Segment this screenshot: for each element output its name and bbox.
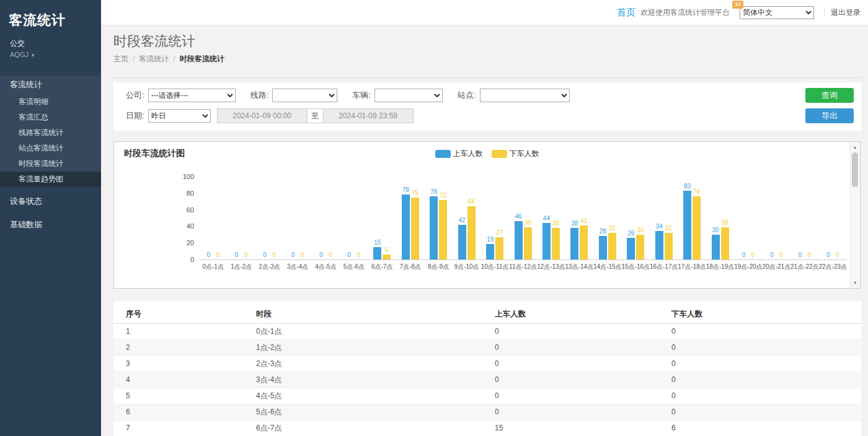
query-button[interactable]: 查询 [805,88,854,103]
table-cell: 2点-3点 [256,355,495,372]
logout-link[interactable]: 退出登录 [831,7,861,18]
scroll-up-icon[interactable]: ▲ [851,145,859,149]
date-preset-select[interactable]: 昨日 [148,109,211,123]
caret-down-icon: ▾ [32,52,35,58]
y-axis-tick-label: 0 [173,256,194,263]
bar-value-label: 75 [407,190,423,196]
boarding-bar [515,221,523,259]
x-axis-line [199,259,847,260]
table-cell: 0点-1点 [256,323,495,339]
page-divider [113,77,862,78]
table-cell: 0 [671,388,862,404]
bar-value-label: 0 [322,251,339,258]
company-select[interactable]: ---请选择--- [148,89,236,102]
filter-row-1: 公司: ---请选择--- 线路: 车辆: 站点: [126,88,570,103]
sidebar-item-0-0[interactable]: 客流明细 [0,94,101,110]
station-label: 站点: [458,90,476,101]
boarding-bar [627,238,635,259]
station-select[interactable] [480,89,570,102]
bar-value-label: 0 [350,251,366,258]
bar-value-label: 0 [294,251,311,258]
bar-value-label: 15 [370,239,386,246]
bar-value-label: 32 [604,225,620,232]
scrollbar-thumb[interactable] [852,152,858,187]
language-select[interactable]: 简体中文 [740,6,814,19]
page-title: 时段客流统计 [113,32,195,51]
table-cell: 3点-4点 [256,372,495,388]
sidebar-section-header-2[interactable]: 基础数据 [0,216,101,234]
filter-row-2: 日期: 昨日 至 [126,108,414,123]
y-axis-tick-label: 40 [173,222,194,230]
sidebar-item-0-5[interactable]: 客流量趋势图 [0,172,101,187]
notification-badge: 34 [732,1,743,9]
language-select-wrap: 34 简体中文 [740,6,814,19]
table-cell: 1点-2点 [256,339,495,355]
sidebar-section-header-1[interactable]: 设备状态 [0,192,101,211]
line-label: 线路: [250,90,269,101]
table-cell: 2 [113,339,256,355]
sidebar-section-header-0[interactable]: 客流统计 [0,76,101,94]
sidebar: 客流统计 公交 AQGJ ▾ 客流统计客流明细客流汇总线路客流统计站点客流统计时… [0,0,101,436]
chart-scrollbar[interactable]: ▲ ▼ [850,142,859,287]
breadcrumb-separator: / [133,54,135,63]
sidebar-item-0-4[interactable]: 时段客流统计 [0,156,101,172]
breadcrumb: 主页/客流统计/时段客流统计 [113,54,224,64]
boarding-bar [458,225,466,259]
sidebar-section-1: 设备状态 [0,192,101,211]
scroll-down-icon[interactable]: ▼ [851,281,859,285]
export-button[interactable]: 导出 [805,108,854,123]
header-divider [824,7,825,17]
breadcrumb-item[interactable]: 客流统计 [139,54,169,63]
vehicle-select[interactable] [374,89,443,102]
date-from-input[interactable] [217,108,308,123]
y-axis-tick-label: 20 [173,239,194,246]
table-header-cell: 序号 [113,306,256,323]
table-row: 32点-3点00 [113,355,862,372]
home-link[interactable]: 首页 [617,7,636,19]
y-axis-tick-label: 100 [173,173,194,180]
breadcrumb-separator: / [173,54,175,63]
sidebar-section-2: 基础数据 [0,216,101,234]
date-to-input[interactable] [323,108,414,123]
bar-value-label: 64 [463,198,479,205]
boarding-bar [486,244,494,259]
company-label: 公司: [126,90,144,101]
table-row: 43点-4点00 [113,372,862,388]
bar-value-label: 38 [547,220,564,227]
bar-value-label: 0 [238,251,254,258]
bar-value-label: 72 [435,192,451,199]
line-select[interactable] [272,89,337,102]
period-stats-table: 序号时段上车人数下车人数 10点-1点0021点-2点0032点-3点0043点… [113,306,862,436]
table-cell: 4点-5点 [256,388,495,404]
bar-value-label: 41 [576,217,592,224]
boarding-bar [402,194,410,259]
breadcrumb-item: 时段客流统计 [180,54,224,63]
table-panel: 序号时段上车人数下车人数 10点-1点0021点-2点0032点-3点0043点… [113,301,862,436]
breadcrumb-item[interactable]: 主页 [113,54,128,63]
top-header: 首页 欢迎使用客流统计管理平台 34 简体中文 退出登录 [101,0,868,25]
alighting-bar [495,237,503,259]
table-cell: 4 [113,372,256,388]
sidebar-item-0-2[interactable]: 线路客流统计 [0,125,101,141]
table-row: 65点-6点00 [113,404,862,420]
bar-value-label: 0 [210,251,226,258]
table-row: 76点-7点156 [113,420,862,436]
alighting-bar [411,198,419,260]
table-row: 10点-1点00 [113,323,862,339]
table-cell: 0 [671,372,862,388]
bar-value-label: 39 [717,219,733,226]
table-cell: 0 [671,323,862,339]
table-cell: 15 [495,420,671,436]
sidebar-item-0-3[interactable]: 站点客流统计 [0,141,101,156]
chart-panel: 时段车流统计图 上车人数下车人数 0204060801000点-1点001点-2… [113,141,861,289]
table-header-cell: 上车人数 [495,306,671,323]
boarding-bar [599,236,607,259]
user-dropdown[interactable]: AQGJ ▾ [0,49,101,58]
alighting-bar [721,227,729,259]
table-cell: 0 [495,388,671,404]
table-cell: 0 [495,372,671,388]
alighting-bar [580,225,588,259]
user-name: AQGJ [10,51,29,58]
sidebar-item-0-1[interactable]: 客流汇总 [0,110,101,125]
table-cell: 6点-7点 [256,420,495,436]
